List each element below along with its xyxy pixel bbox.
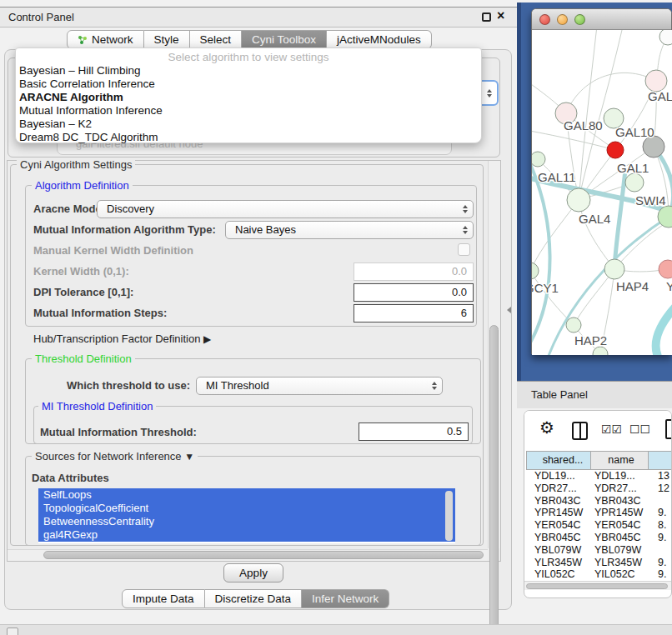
node-label-gal10: GAL10 bbox=[615, 125, 654, 139]
manual-kernel-checkbox[interactable] bbox=[458, 243, 470, 256]
tab-jactivemnodules[interactable]: jActiveMNodules bbox=[327, 30, 432, 49]
aracne-mode-combo[interactable]: Discovery bbox=[97, 200, 474, 218]
network-node[interactable] bbox=[659, 30, 672, 45]
network-node[interactable] bbox=[604, 259, 624, 279]
table-cell: 12 bbox=[649, 482, 672, 495]
network-node[interactable] bbox=[593, 347, 608, 355]
table-row[interactable]: YER054CYER054C8. bbox=[526, 519, 672, 532]
combo-arrows-icon bbox=[463, 226, 468, 234]
checked-columns-icon[interactable]: ☑☑ bbox=[601, 422, 622, 436]
table-row[interactable]: YPR145WYPR145W9. bbox=[526, 507, 672, 519]
attribute-item-selfloops[interactable]: SelfLoops bbox=[38, 488, 455, 502]
dpi-tolerance-field[interactable]: 0.0 bbox=[354, 283, 474, 302]
algorithm-option-bayesian-k2[interactable]: Bayesian – K2 bbox=[16, 118, 481, 131]
unchecked-columns-icon[interactable]: ☐☐ bbox=[629, 422, 650, 436]
tab-label: Cyni Toolbox bbox=[252, 33, 316, 46]
close-window-icon[interactable] bbox=[539, 14, 550, 25]
horizontal-scrollbar-thumb[interactable] bbox=[43, 551, 484, 559]
algorithm-option-dream8-dc-tdc-algorithm[interactable]: Dream8 DC_TDC Algorithm bbox=[16, 131, 481, 144]
tab-impute-data[interactable]: Impute Data bbox=[122, 589, 205, 608]
mi-threshold-group-title: MI Threshold Definition bbox=[38, 400, 156, 412]
network-node[interactable] bbox=[566, 318, 581, 332]
attribute-item-gal4rgexp[interactable]: gal4RGexp bbox=[38, 528, 455, 542]
close-icon[interactable]: × bbox=[497, 8, 504, 23]
network-window-titlebar[interactable] bbox=[532, 9, 671, 30]
sources-expander[interactable]: Sources for Network Inference ▼ bbox=[32, 450, 198, 462]
screen: Control Panel × galFiltered.sif default … bbox=[0, 0, 672, 635]
attribute-item-betweennesscentrality[interactable]: BetweennessCentrality bbox=[38, 515, 455, 528]
which-threshold-value: MI Threshold bbox=[206, 379, 269, 392]
mi-threshold-field[interactable]: 0.5 bbox=[359, 422, 469, 441]
desktop-edge bbox=[517, 2, 521, 381]
algorithm-option-basic-correlation-inference[interactable]: Basic Correlation Inference bbox=[16, 78, 481, 91]
network-view[interactable]: GALGAL80GAL10GAL1GAL11SWI4GAL4GCY1HAP4YH… bbox=[532, 30, 672, 355]
kernel-width-field[interactable]: 0.0 bbox=[354, 262, 474, 281]
node-label-hap4: HAP4 bbox=[616, 279, 649, 293]
collapsed-panel-icon[interactable] bbox=[7, 628, 18, 635]
table-row[interactable]: YIL052CYIL052C9. bbox=[526, 568, 672, 581]
mi-type-combo[interactable]: Naive Bayes bbox=[225, 221, 474, 239]
table-scrollbar-thumb[interactable] bbox=[526, 583, 668, 589]
table-cell: YBR043C bbox=[526, 495, 591, 508]
algorithm-definition-title: Algorithm Definition bbox=[32, 179, 133, 192]
zoom-window-icon[interactable] bbox=[574, 14, 585, 25]
attribute-item-topologicalcoefficient[interactable]: TopologicalCoefficient bbox=[38, 502, 455, 515]
tab-network[interactable]: Network bbox=[67, 30, 144, 49]
network-node[interactable] bbox=[567, 188, 590, 212]
hub-expander[interactable]: Hub/Transcription Factor Definition ▶ bbox=[33, 332, 211, 345]
vertical-scrollbar[interactable] bbox=[488, 161, 500, 548]
tab-infer-network[interactable]: Infer Network bbox=[302, 589, 389, 608]
column-header-shared-[interactable]: shared... bbox=[526, 451, 591, 470]
table-row[interactable]: YDR27...YDR27...12 bbox=[526, 482, 672, 495]
mi-threshold-label: Mutual Information Threshold: bbox=[40, 426, 197, 438]
node-label-y: Y bbox=[666, 279, 672, 293]
table-cell bbox=[649, 544, 672, 557]
splitter-grip[interactable] bbox=[507, 307, 511, 313]
tab-cyni-toolbox[interactable]: Cyni Toolbox bbox=[242, 30, 327, 49]
table-row[interactable]: YBR043CYBR043C bbox=[526, 495, 672, 508]
table-toolbar: ⚙ ☑☑ ☐☐ bbox=[524, 411, 671, 451]
aracne-mode-value: Discovery bbox=[107, 202, 154, 215]
which-threshold-combo[interactable]: MI Threshold bbox=[196, 377, 443, 395]
network-node[interactable] bbox=[625, 173, 644, 192]
data-attributes-list[interactable]: SelfLoopsTopologicalCoefficientBetweenne… bbox=[38, 488, 455, 543]
document-icon[interactable] bbox=[665, 419, 672, 439]
table-row[interactable]: YDL19...YDL19...13 bbox=[526, 470, 672, 482]
attributes-scrollbar[interactable] bbox=[445, 491, 453, 541]
network-node[interactable] bbox=[532, 262, 539, 279]
table-horizontal-scrollbar[interactable] bbox=[524, 581, 672, 590]
table-cell: YER054C bbox=[591, 519, 649, 532]
column-header-a[interactable]: A bbox=[649, 451, 672, 470]
table-cell: YBL079W bbox=[591, 544, 649, 557]
algorithm-option-bayesian-hill-climbing[interactable]: Bayesian – Hill Climbing bbox=[16, 64, 481, 78]
network-node[interactable] bbox=[659, 260, 672, 278]
network-node[interactable] bbox=[532, 152, 545, 167]
algorithm-option-mutual-information-inference[interactable]: Mutual Information Inference bbox=[16, 104, 481, 118]
bottom-tabs: Impute DataDiscretize DataInfer Network bbox=[122, 589, 389, 608]
vertical-scrollbar-thumb[interactable] bbox=[489, 325, 499, 635]
node-label-swi4: SWI4 bbox=[635, 193, 666, 208]
tab-style[interactable]: Style bbox=[144, 30, 190, 49]
split-columns-icon[interactable] bbox=[572, 422, 588, 440]
minimize-window-icon[interactable] bbox=[557, 14, 568, 25]
table-row[interactable]: YBR045CYBR045C9. bbox=[526, 532, 672, 544]
node-label-gal1: GAL1 bbox=[617, 161, 649, 175]
apply-button[interactable]: Apply bbox=[223, 563, 283, 582]
table-cell: YDL19... bbox=[526, 470, 591, 482]
table-cell: YBR043C bbox=[591, 495, 649, 508]
mi-steps-field[interactable]: 6 bbox=[354, 304, 474, 322]
network-edge bbox=[547, 217, 669, 355]
algorithm-option-aracne-algorithm[interactable]: ARACNE Algorithm bbox=[16, 91, 481, 104]
table-row[interactable]: YBL079WYBL079W bbox=[526, 544, 672, 557]
gear-icon[interactable]: ⚙ bbox=[539, 418, 554, 438]
network-edge bbox=[614, 222, 669, 269]
algorithm-dropdown: Select algorithm to view settings Bayesi… bbox=[15, 48, 482, 143]
table-row[interactable]: YLR345WYLR345W9. bbox=[526, 557, 672, 569]
table-cell: YLR345W bbox=[526, 557, 591, 569]
network-edge bbox=[532, 130, 615, 150]
tab-discretize-data[interactable]: Discretize Data bbox=[205, 589, 303, 608]
tab-select[interactable]: Select bbox=[190, 30, 243, 49]
float-icon[interactable] bbox=[482, 12, 491, 22]
network-node[interactable] bbox=[607, 142, 624, 158]
column-header-name[interactable]: name bbox=[591, 451, 649, 470]
